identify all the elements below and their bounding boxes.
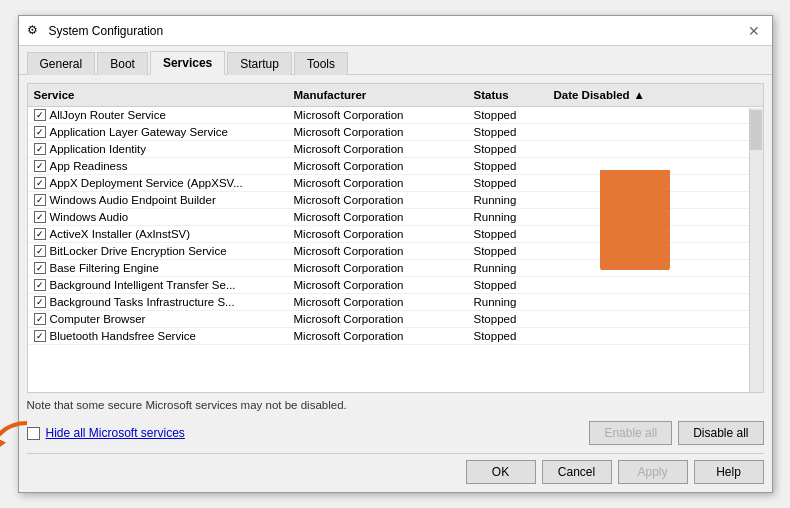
window-title: System Configuration [49, 24, 164, 38]
enable-all-button[interactable]: Enable all [589, 421, 672, 445]
date-cell [548, 130, 763, 134]
content-area: Service Manufacturer Status Date Disable… [19, 75, 772, 492]
service-name-cell: Base Filtering Engine [28, 260, 288, 276]
table-row[interactable]: Windows Audio Microsoft Corporation Runn… [28, 209, 763, 226]
service-checkbox[interactable] [34, 177, 46, 189]
status-cell: Stopped [468, 124, 548, 140]
status-cell: Stopped [468, 226, 548, 242]
tab-general[interactable]: General [27, 52, 96, 75]
date-cell [548, 334, 763, 338]
date-cell [548, 147, 763, 151]
status-cell: Running [468, 192, 548, 208]
scrollbar-track[interactable] [749, 108, 763, 392]
hide-services-row: Hide all Microsoft services [27, 426, 185, 440]
status-cell: Stopped [468, 328, 548, 344]
services-table: Service Manufacturer Status Date Disable… [27, 83, 764, 393]
status-cell: Stopped [468, 158, 548, 174]
status-cell: Running [468, 209, 548, 225]
service-name-cell: Background Tasks Infrastructure S... [28, 294, 288, 310]
disable-all-button[interactable]: Disable all [678, 421, 763, 445]
service-checkbox[interactable] [34, 279, 46, 291]
service-checkbox[interactable] [34, 262, 46, 274]
service-name-text: Windows Audio [50, 211, 129, 223]
service-name-cell: Background Intelligent Transfer Se... [28, 277, 288, 293]
action-buttons: OK Cancel Apply Help [27, 453, 764, 484]
arrow-left-indicator [0, 413, 32, 458]
table-header: Service Manufacturer Status Date Disable… [28, 84, 763, 107]
date-cell [548, 232, 763, 236]
service-name-text: BitLocker Drive Encryption Service [50, 245, 227, 257]
service-name-cell: ActiveX Installer (AxInstSV) [28, 226, 288, 242]
table-row[interactable]: Computer Browser Microsoft Corporation S… [28, 311, 763, 328]
service-name-cell: Bluetooth Handsfree Service [28, 328, 288, 344]
service-checkbox[interactable] [34, 313, 46, 325]
service-checkbox[interactable] [34, 143, 46, 155]
table-row[interactable]: AppX Deployment Service (AppXSV... Micro… [28, 175, 763, 192]
status-cell: Stopped [468, 277, 548, 293]
manufacturer-cell: Microsoft Corporation [288, 311, 468, 327]
ok-button[interactable]: OK [466, 460, 536, 484]
service-checkbox[interactable] [34, 330, 46, 342]
table-row[interactable]: AllJoyn Router Service Microsoft Corpora… [28, 107, 763, 124]
service-checkbox[interactable] [34, 109, 46, 121]
date-cell [548, 249, 763, 253]
table-row[interactable]: Background Tasks Infrastructure S... Mic… [28, 294, 763, 311]
service-name-cell: AllJoyn Router Service [28, 107, 288, 123]
table-row[interactable]: Background Intelligent Transfer Se... Mi… [28, 277, 763, 294]
service-name-text: App Readiness [50, 160, 128, 172]
date-cell [548, 300, 763, 304]
service-checkbox[interactable] [34, 126, 46, 138]
table-row[interactable]: ActiveX Installer (AxInstSV) Microsoft C… [28, 226, 763, 243]
tab-startup[interactable]: Startup [227, 52, 292, 75]
service-name-cell: Application Layer Gateway Service [28, 124, 288, 140]
status-cell: Running [468, 294, 548, 310]
date-cell [548, 215, 763, 219]
service-name-text: Windows Audio Endpoint Builder [50, 194, 216, 206]
table-row[interactable]: Base Filtering Engine Microsoft Corporat… [28, 260, 763, 277]
manufacturer-cell: Microsoft Corporation [288, 141, 468, 157]
tab-services[interactable]: Services [150, 51, 225, 75]
title-bar: ⚙ System Configuration ✕ [19, 16, 772, 46]
help-button[interactable]: Help [694, 460, 764, 484]
table-row[interactable]: Application Layer Gateway Service Micros… [28, 124, 763, 141]
date-cell [548, 266, 763, 270]
table-body[interactable]: AllJoyn Router Service Microsoft Corpora… [28, 107, 763, 391]
manufacturer-cell: Microsoft Corporation [288, 226, 468, 242]
service-name-text: AppX Deployment Service (AppXSV... [50, 177, 243, 189]
col-service: Service [28, 87, 288, 103]
close-button[interactable]: ✕ [744, 21, 764, 41]
service-name-text: Application Identity [50, 143, 147, 155]
cancel-button[interactable]: Cancel [542, 460, 612, 484]
table-row[interactable]: BitLocker Drive Encryption Service Micro… [28, 243, 763, 260]
tab-tools[interactable]: Tools [294, 52, 348, 75]
service-checkbox[interactable] [34, 194, 46, 206]
table-row[interactable]: Bluetooth Handsfree Service Microsoft Co… [28, 328, 763, 345]
service-name-cell: BitLocker Drive Encryption Service [28, 243, 288, 259]
status-cell: Stopped [468, 175, 548, 191]
tab-boot[interactable]: Boot [97, 52, 148, 75]
service-name-text: AllJoyn Router Service [50, 109, 166, 121]
table-row[interactable]: Windows Audio Endpoint Builder Microsoft… [28, 192, 763, 209]
service-name-text: Background Intelligent Transfer Se... [50, 279, 236, 291]
service-name-text: Bluetooth Handsfree Service [50, 330, 196, 342]
scrollbar-thumb[interactable] [750, 110, 762, 150]
service-checkbox[interactable] [34, 160, 46, 172]
manufacturer-cell: Microsoft Corporation [288, 124, 468, 140]
service-checkbox[interactable] [34, 245, 46, 257]
enable-disable-buttons: Enable all Disable all [589, 421, 763, 445]
service-name-text: Application Layer Gateway Service [50, 126, 228, 138]
service-name-text: Background Tasks Infrastructure S... [50, 296, 235, 308]
status-cell: Stopped [468, 141, 548, 157]
manufacturer-cell: Microsoft Corporation [288, 260, 468, 276]
service-checkbox[interactable] [34, 296, 46, 308]
table-row[interactable]: App Readiness Microsoft Corporation Stop… [28, 158, 763, 175]
manufacturer-cell: Microsoft Corporation [288, 158, 468, 174]
status-cell: Stopped [468, 243, 548, 259]
sort-icon: ▲ [634, 89, 645, 101]
table-row[interactable]: Application Identity Microsoft Corporati… [28, 141, 763, 158]
bottom-controls: Hide all Microsoft services Enable all D… [27, 421, 764, 445]
service-checkbox[interactable] [34, 211, 46, 223]
date-cell [548, 317, 763, 321]
service-checkbox[interactable] [34, 228, 46, 240]
apply-button[interactable]: Apply [618, 460, 688, 484]
